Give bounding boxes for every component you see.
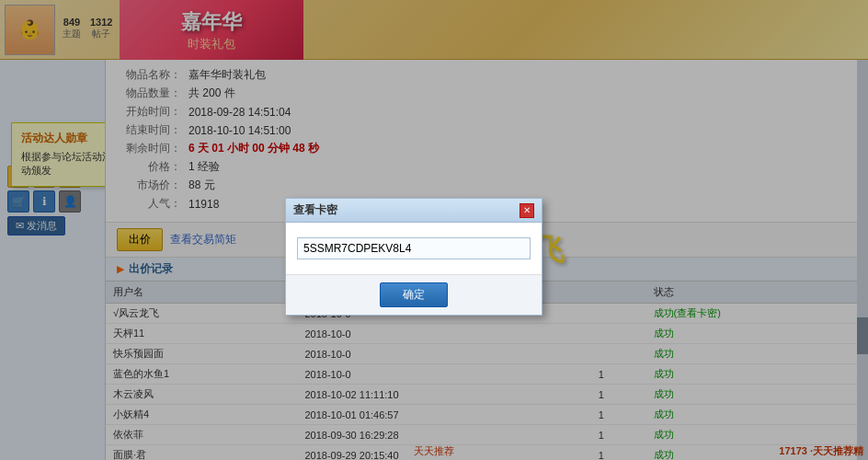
confirm-button[interactable]: 确定 bbox=[380, 282, 448, 307]
modal-dialog: 查看卡密 ✕ 确定 bbox=[285, 198, 542, 316]
modal-overlay[interactable]: 查看卡密 ✕ 确定 bbox=[0, 0, 868, 460]
modal-body bbox=[286, 223, 542, 274]
modal-close-button[interactable]: ✕ bbox=[520, 203, 534, 218]
card-value-input[interactable] bbox=[297, 237, 531, 259]
modal-title: 查看卡密 bbox=[293, 202, 337, 218]
modal-footer: 确定 bbox=[286, 274, 542, 315]
modal-titlebar: 查看卡密 ✕ bbox=[286, 199, 542, 223]
